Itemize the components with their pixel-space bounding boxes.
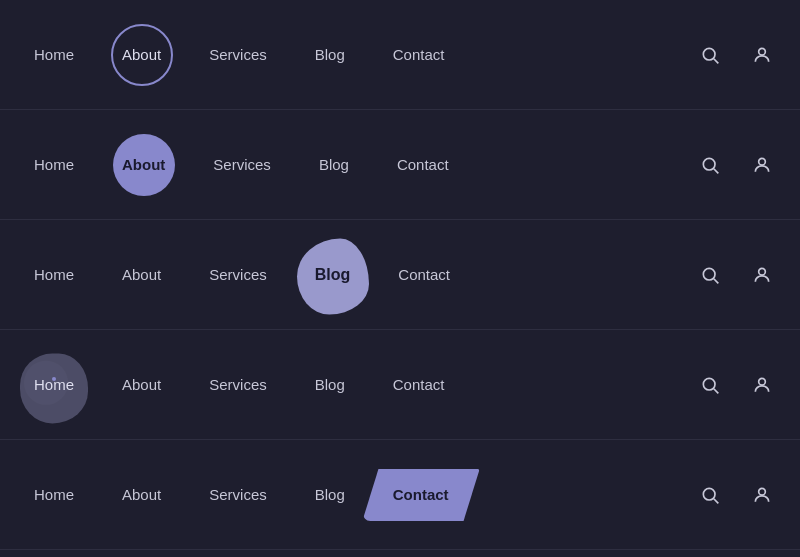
- nav-about-3[interactable]: About: [112, 260, 171, 289]
- search-icon[interactable]: [696, 41, 724, 69]
- nav-services-2[interactable]: Services: [203, 150, 281, 179]
- nav-links-3: Home About Services Blog Contact: [24, 260, 696, 290]
- svg-point-3: [703, 158, 715, 170]
- user-icon[interactable]: [748, 41, 776, 69]
- nav-services-1[interactable]: Services: [199, 40, 277, 69]
- svg-line-7: [714, 278, 719, 283]
- svg-point-5: [759, 158, 766, 165]
- nav-home-3[interactable]: Home: [24, 260, 84, 289]
- svg-line-13: [714, 498, 719, 503]
- nav-contact-1[interactable]: Contact: [383, 40, 455, 69]
- svg-point-8: [759, 268, 766, 275]
- svg-line-4: [714, 168, 719, 173]
- navbar-row-4: Home About Services Blog Contact: [0, 330, 800, 440]
- user-icon-4[interactable]: [748, 371, 776, 399]
- svg-point-12: [703, 488, 715, 500]
- navbar-row-2: Home About Services Blog Contact: [0, 110, 800, 220]
- navbar-row-1: Home About Services Blog Contact: [0, 0, 800, 110]
- user-icon-3[interactable]: [748, 261, 776, 289]
- nav-icons-3: [696, 261, 776, 289]
- nav-contact-2[interactable]: Contact: [387, 150, 459, 179]
- svg-line-1: [714, 58, 719, 63]
- nav-contact-3[interactable]: Contact: [388, 260, 460, 289]
- search-icon-4[interactable]: [696, 371, 724, 399]
- search-icon-2[interactable]: [696, 151, 724, 179]
- nav-home-5[interactable]: Home: [24, 480, 84, 509]
- active-dot-4: [52, 377, 56, 381]
- active-dot-2: [142, 157, 146, 161]
- nav-icons-5: [696, 481, 776, 509]
- nav-services-4[interactable]: Services: [199, 370, 277, 399]
- nav-home-4[interactable]: Home: [24, 370, 84, 399]
- search-icon-3[interactable]: [696, 261, 724, 289]
- nav-about-5[interactable]: About: [112, 480, 171, 509]
- nav-icons-2: [696, 151, 776, 179]
- nav-contact-5[interactable]: Contact: [383, 480, 459, 509]
- nav-blog-3[interactable]: Blog: [305, 260, 361, 290]
- nav-blog-5[interactable]: Blog: [305, 480, 355, 509]
- nav-about-4[interactable]: About: [112, 370, 171, 399]
- nav-blog-2[interactable]: Blog: [309, 150, 359, 179]
- svg-point-2: [759, 48, 766, 55]
- nav-blog-4[interactable]: Blog: [305, 370, 355, 399]
- search-icon-5[interactable]: [696, 481, 724, 509]
- nav-home-1[interactable]: Home: [24, 40, 84, 69]
- svg-point-9: [703, 378, 715, 390]
- nav-services-3[interactable]: Services: [199, 260, 277, 289]
- nav-home-2[interactable]: Home: [24, 150, 84, 179]
- nav-links-2: Home About Services Blog Contact: [24, 150, 696, 179]
- nav-blog-1[interactable]: Blog: [305, 40, 355, 69]
- user-icon-5[interactable]: [748, 481, 776, 509]
- user-icon-2[interactable]: [748, 151, 776, 179]
- navbar-row-5: Home About Services Blog Contact: [0, 440, 800, 550]
- nav-icons-1: [696, 41, 776, 69]
- svg-line-10: [714, 388, 719, 393]
- nav-services-5[interactable]: Services: [199, 480, 277, 509]
- nav-links-1: Home About Services Blog Contact: [24, 40, 696, 69]
- svg-point-11: [759, 378, 766, 385]
- nav-links-5: Home About Services Blog Contact: [24, 480, 696, 509]
- nav-icons-4: [696, 371, 776, 399]
- nav-about-1[interactable]: About: [112, 40, 171, 69]
- svg-point-0: [703, 48, 715, 60]
- svg-point-14: [759, 488, 766, 495]
- nav-about-2[interactable]: About: [112, 150, 175, 179]
- navbar-row-3: Home About Services Blog Contact: [0, 220, 800, 330]
- svg-point-6: [703, 268, 715, 280]
- nav-contact-4[interactable]: Contact: [383, 370, 455, 399]
- nav-links-4: Home About Services Blog Contact: [24, 370, 696, 399]
